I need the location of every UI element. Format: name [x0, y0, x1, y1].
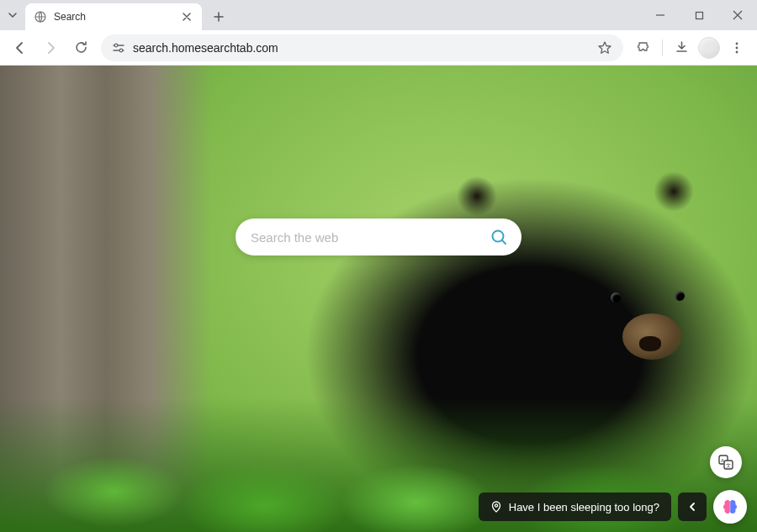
- svg-text:文: 文: [726, 462, 731, 468]
- window-maximize-button[interactable]: [680, 0, 718, 30]
- window-controls: [641, 0, 757, 30]
- caption-bar: Have I been sleeping too long?: [479, 490, 747, 524]
- translate-icon: A 文: [717, 454, 734, 471]
- close-icon: [183, 13, 191, 21]
- star-icon: [597, 40, 612, 55]
- bookmark-button[interactable]: [596, 40, 613, 56]
- browser-tab[interactable]: Search: [25, 3, 202, 30]
- new-tab-button[interactable]: [207, 5, 230, 29]
- window-close-button[interactable]: [718, 0, 757, 30]
- toolbar: search.homesearchtab.com: [0, 30, 757, 66]
- brain-icon: [720, 497, 740, 517]
- separator: [662, 40, 663, 56]
- site-settings-button[interactable]: [111, 40, 126, 55]
- extensions-button[interactable]: [630, 34, 657, 61]
- browser-menu-button[interactable]: [723, 34, 750, 61]
- background-image: [639, 336, 661, 351]
- minimize-icon: [655, 10, 665, 20]
- background-image: [611, 292, 621, 303]
- caption-text: Have I been sleeping too long?: [509, 501, 659, 514]
- plus-icon: [214, 12, 224, 22]
- search-button[interactable]: [488, 226, 510, 248]
- tab-title: Search: [54, 11, 173, 23]
- titlebar: Search: [0, 0, 757, 30]
- svg-point-12: [495, 504, 497, 507]
- arrow-left-icon: [13, 40, 28, 55]
- search-input[interactable]: [251, 230, 488, 245]
- url-text: search.homesearchtab.com: [133, 41, 590, 55]
- search-icon: [490, 228, 508, 246]
- arrow-right-icon: [43, 40, 58, 55]
- svg-rect-1: [696, 12, 702, 18]
- address-bar[interactable]: search.homesearchtab.com: [101, 34, 623, 61]
- tabs-dropdown-button[interactable]: [0, 0, 25, 30]
- svg-point-2: [114, 44, 118, 47]
- svg-text:A: A: [721, 458, 724, 463]
- downloads-button[interactable]: [668, 34, 695, 61]
- window-minimize-button[interactable]: [641, 0, 680, 30]
- maximize-icon: [695, 11, 704, 20]
- reload-icon: [74, 40, 88, 55]
- back-button[interactable]: [7, 34, 34, 61]
- background-image: [675, 291, 685, 301]
- translate-button[interactable]: A 文: [710, 446, 742, 478]
- caption-pill[interactable]: Have I been sleeping too long?: [479, 492, 671, 521]
- caption-prev-button[interactable]: [678, 492, 707, 521]
- chevron-left-icon: [687, 502, 697, 512]
- svg-point-3: [119, 49, 123, 52]
- svg-point-5: [736, 46, 738, 49]
- assistant-button[interactable]: [713, 490, 747, 524]
- location-pin-icon: [490, 501, 502, 513]
- forward-button[interactable]: [37, 34, 64, 61]
- tune-icon: [112, 42, 125, 54]
- globe-icon: [34, 10, 47, 24]
- page-content: A 文 Have I been sleeping too long?: [0, 66, 757, 532]
- close-icon: [733, 10, 743, 20]
- search-box: [236, 219, 521, 255]
- tab-close-button[interactable]: [180, 10, 193, 24]
- reload-button[interactable]: [67, 34, 94, 61]
- puzzle-icon: [637, 40, 651, 55]
- chevron-down-icon: [8, 10, 18, 20]
- download-icon: [675, 40, 689, 55]
- profile-avatar-button[interactable]: [698, 37, 720, 59]
- svg-point-6: [736, 50, 738, 53]
- svg-point-4: [736, 42, 738, 45]
- kebab-menu-icon: [730, 41, 744, 55]
